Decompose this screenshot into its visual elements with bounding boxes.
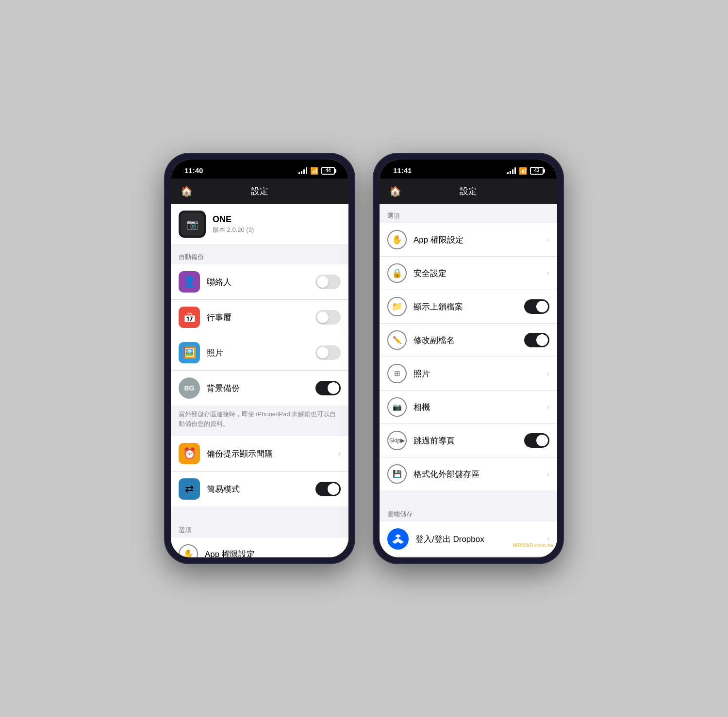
options-group-2: ✋ App 權限設定 › 🔒 安全設定 › 📁 顯示上鎖檔案 bbox=[380, 223, 557, 490]
simple-mode-icon: ⇄ bbox=[179, 478, 200, 500]
row-simple-mode[interactable]: ⇄ 簡易模式 bbox=[171, 472, 348, 506]
show-locked-icon-2: 📁 bbox=[387, 297, 407, 316]
simple-mode-toggle[interactable] bbox=[315, 482, 341, 496]
home-button-1[interactable]: 🏠 bbox=[181, 185, 193, 197]
nav-bar-1: 🏠 設定 bbox=[171, 179, 348, 204]
section-options-2: 選項 bbox=[380, 204, 557, 223]
row-show-locked-2[interactable]: 📁 顯示上鎖檔案 bbox=[380, 290, 557, 324]
app-icon-inner: 📷 bbox=[181, 212, 204, 236]
wifi-icon-1: 📶 bbox=[310, 167, 318, 175]
camera-label: 相機 bbox=[414, 402, 547, 413]
backup-footnote: 當外部儲存區連接時，即使 iPhone/iPad 未解鎖也可以自動備份您的資料。 bbox=[171, 406, 348, 436]
status-bar-1: 11:40 📶 44 bbox=[171, 160, 348, 179]
format-storage-label: 格式化外部儲存區 bbox=[414, 469, 547, 480]
row-camera[interactable]: 📷 相機 › bbox=[380, 391, 557, 424]
bg-icon: BG bbox=[179, 377, 200, 399]
camera-icon: 📷 bbox=[387, 397, 407, 417]
security-label-2: 安全設定 bbox=[414, 268, 547, 279]
phone-1: 11:40 📶 44 🏠 設定 📷 bbox=[165, 154, 354, 563]
calendar-icon: 📅 bbox=[179, 307, 200, 328]
calendar-label: 行事曆 bbox=[207, 312, 315, 323]
photos-chevron-2: › bbox=[547, 369, 549, 378]
status-right-2: 📶 43 bbox=[507, 167, 544, 175]
section-cloud: 雲端儲存 bbox=[380, 502, 557, 521]
row-app-permissions-2[interactable]: ✋ App 權限設定 › bbox=[380, 223, 557, 257]
contacts-toggle[interactable] bbox=[315, 275, 341, 289]
row-photos-2[interactable]: ⊞ 照片 › bbox=[380, 357, 557, 391]
status-right-1: 📶 44 bbox=[298, 167, 335, 175]
app-permissions-icon-2: ✋ bbox=[387, 230, 407, 249]
photos-label: 照片 bbox=[207, 347, 315, 358]
bg-label: 背景備份 bbox=[207, 383, 315, 394]
contacts-label: 聯絡人 bbox=[207, 277, 315, 288]
reminder-chevron: › bbox=[338, 449, 341, 458]
status-bar-2: 11:41 📶 43 bbox=[380, 160, 557, 179]
row-calendar[interactable]: 📅 行事曆 bbox=[171, 300, 348, 335]
photos-toggle[interactable] bbox=[315, 345, 341, 360]
auto-backup-group: 👤 聯絡人 📅 行事曆 bbox=[171, 264, 348, 406]
app-version: 版本 2.0.20 (3) bbox=[213, 226, 254, 234]
home-button-2[interactable]: 🏠 bbox=[389, 185, 401, 197]
format-storage-icon: 💾 bbox=[387, 464, 407, 484]
security-icon-2: 🔒 bbox=[387, 263, 407, 283]
row-gdrive[interactable]: 登入/登出 Google Drive › bbox=[380, 557, 557, 557]
security-chevron-2: › bbox=[547, 269, 549, 277]
reminder-icon: ⏰ bbox=[179, 443, 200, 464]
camera-chevron: › bbox=[547, 403, 549, 411]
watermark: ★ MRMAD.com.tw bbox=[507, 542, 553, 549]
photos-label-2: 照片 bbox=[414, 368, 547, 379]
row-app-permissions-1[interactable]: ✋ App 權限設定 › bbox=[171, 538, 348, 557]
phone-2-screen: 11:41 📶 43 🏠 設定 選項 ✋ App 權限設定 › bbox=[380, 160, 557, 557]
section-options-1: 選項 bbox=[171, 518, 348, 538]
app-permissions-chevron-1: › bbox=[338, 550, 341, 557]
row-contacts[interactable]: 👤 聯絡人 bbox=[171, 264, 348, 300]
simple-mode-label: 簡易模式 bbox=[207, 484, 315, 495]
nav-title-2: 設定 bbox=[460, 185, 477, 197]
row-format-storage[interactable]: 💾 格式化外部儲存區 › bbox=[380, 457, 557, 490]
reminder-label: 備份提示顯示間隔 bbox=[207, 448, 338, 459]
row-bg-backup[interactable]: BG 背景備份 bbox=[171, 371, 348, 406]
wifi-icon-2: 📶 bbox=[519, 167, 527, 175]
show-locked-toggle-2[interactable] bbox=[524, 299, 549, 314]
options-group-1: ✋ App 權限設定 › 🔒 安全設定 › 📁 顯示上鎖檔案 bbox=[171, 538, 348, 557]
dropbox-icon bbox=[387, 528, 409, 550]
signal-icon-2 bbox=[507, 167, 516, 174]
photos-icon: 🖼️ bbox=[179, 342, 200, 363]
row-dropbox[interactable]: 登入/登出 Dropbox › bbox=[380, 521, 557, 557]
row-modify-ext[interactable]: ✏️ 修改副檔名 bbox=[380, 324, 557, 357]
app-permissions-label-1: App 權限設定 bbox=[205, 549, 338, 558]
screen-content-1[interactable]: 📷 ONE 版本 2.0.20 (3) 自動備份 👤 聯絡人 bbox=[171, 204, 348, 557]
cloud-group: 登入/登出 Dropbox › 登入/登出 Google Drive › bbox=[380, 521, 557, 557]
skip-intro-toggle[interactable] bbox=[524, 433, 549, 448]
bg-toggle[interactable] bbox=[315, 381, 341, 395]
phone-2: 11:41 📶 43 🏠 設定 選項 ✋ App 權限設定 › bbox=[374, 154, 563, 563]
battery-icon-1: 44 bbox=[321, 167, 335, 175]
section-auto-backup: 自動備份 bbox=[171, 245, 348, 264]
app-permissions-icon-1: ✋ bbox=[179, 544, 198, 557]
skip-intro-icon: Skip▶ bbox=[387, 431, 407, 450]
app-name: ONE bbox=[213, 214, 254, 225]
nav-title-1: 設定 bbox=[251, 185, 268, 197]
row-skip-intro[interactable]: Skip▶ 跳過前導頁 bbox=[380, 424, 557, 457]
app-permissions-label-2: App 權限設定 bbox=[414, 234, 547, 245]
time-2: 11:41 bbox=[393, 166, 412, 175]
battery-icon-2: 43 bbox=[530, 167, 544, 175]
screen-content-2[interactable]: 選項 ✋ App 權限設定 › 🔒 安全設定 › 📁 顯示上鎖檔案 bbox=[380, 204, 557, 557]
photos-icon-2: ⊞ bbox=[387, 364, 407, 383]
calendar-toggle[interactable] bbox=[315, 310, 341, 325]
row-photos[interactable]: 🖼️ 照片 bbox=[171, 335, 348, 371]
app-permissions-chevron-2: › bbox=[547, 235, 549, 244]
nav-bar-2: 🏠 設定 bbox=[380, 179, 557, 204]
time-1: 11:40 bbox=[184, 166, 203, 175]
skip-intro-label: 跳過前導頁 bbox=[414, 435, 524, 446]
contacts-icon: 👤 bbox=[179, 271, 200, 293]
signal-icon-1 bbox=[298, 167, 307, 174]
backup-extra-group: ⏰ 備份提示顯示間隔 › ⇄ 簡易模式 bbox=[171, 436, 348, 506]
app-details: ONE 版本 2.0.20 (3) bbox=[213, 214, 254, 234]
app-icon: 📷 bbox=[179, 211, 206, 238]
modify-ext-toggle[interactable] bbox=[524, 333, 549, 347]
phone-1-screen: 11:40 📶 44 🏠 設定 📷 bbox=[171, 160, 348, 557]
row-reminder[interactable]: ⏰ 備份提示顯示間隔 › bbox=[171, 436, 348, 472]
row-security-2[interactable]: 🔒 安全設定 › bbox=[380, 257, 557, 290]
app-info-row: 📷 ONE 版本 2.0.20 (3) bbox=[171, 204, 348, 245]
